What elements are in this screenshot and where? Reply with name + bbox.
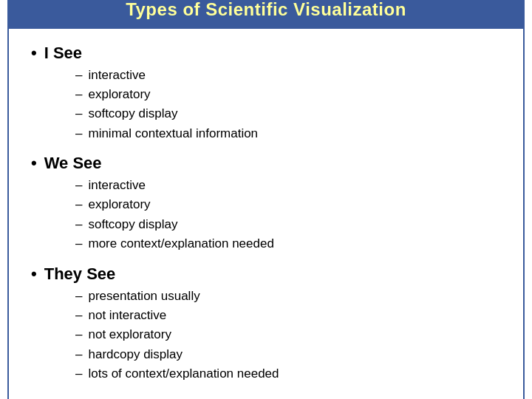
heading-we-see: We See bbox=[31, 154, 501, 173]
list-they-see: –presentation usually –not interactive –… bbox=[75, 287, 501, 384]
heading-they-see: They See bbox=[31, 265, 501, 284]
section-we-see: We See –interactive –exploratory –softco… bbox=[31, 154, 501, 253]
list-item: –minimal contextual information bbox=[75, 124, 501, 143]
list-item: –interactive bbox=[75, 176, 501, 195]
list-item: –interactive bbox=[75, 66, 501, 85]
list-item: –exploratory bbox=[75, 85, 501, 104]
list-item: –presentation usually bbox=[75, 287, 501, 306]
list-item: –exploratory bbox=[75, 195, 501, 214]
slide-content: I See –interactive –exploratory –softcop… bbox=[9, 29, 523, 399]
list-i-see: –interactive –exploratory –softcopy disp… bbox=[75, 66, 501, 143]
list-item: –hardcopy display bbox=[75, 345, 501, 364]
list-item: –not interactive bbox=[75, 306, 501, 325]
section-i-see: I See –interactive –exploratory –softcop… bbox=[31, 44, 501, 143]
list-item: –softcopy display bbox=[75, 215, 501, 234]
list-item: –lots of context/explanation needed bbox=[75, 364, 501, 383]
list-item: –not exploratory bbox=[75, 325, 501, 344]
list-we-see: –interactive –exploratory –softcopy disp… bbox=[75, 176, 501, 253]
list-item: –more context/explanation needed bbox=[75, 234, 501, 253]
section-they-see: They See –presentation usually –not inte… bbox=[31, 265, 501, 384]
slide-title: Types of Scientific Visualization bbox=[9, 0, 523, 29]
heading-i-see: I See bbox=[31, 44, 501, 63]
list-item: –softcopy display bbox=[75, 104, 501, 123]
slide: Types of Scientific Visualization I See … bbox=[7, 0, 525, 399]
